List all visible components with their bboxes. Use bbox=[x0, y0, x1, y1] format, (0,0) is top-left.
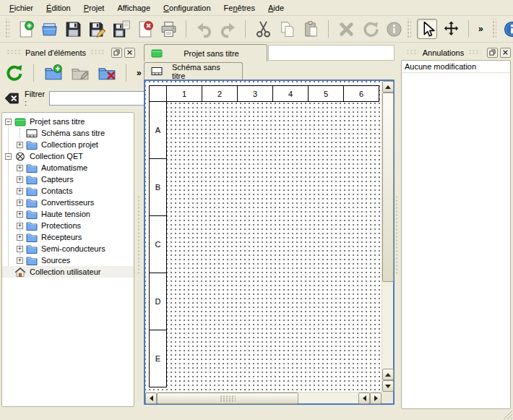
expand-icon[interactable]: + bbox=[17, 211, 23, 218]
expand-icon[interactable]: + bbox=[17, 176, 23, 183]
expand-icon[interactable]: + bbox=[17, 200, 23, 206]
tree-item-label: Récepteurs bbox=[41, 233, 82, 241]
cut-button[interactable] bbox=[253, 19, 273, 39]
tree-item-collection-projet[interactable]: +Collection projet bbox=[2, 139, 134, 150]
close-dock-button[interactable] bbox=[500, 48, 511, 58]
thumb-grip bbox=[220, 395, 236, 402]
scroll-up-button-2[interactable] bbox=[382, 369, 394, 380]
tree-item-schema-sans-titre[interactable]: Schéma sans titre bbox=[2, 127, 134, 139]
save-button[interactable] bbox=[63, 19, 83, 39]
menu-edition[interactable]: Édition bbox=[40, 1, 77, 14]
menu-configuration[interactable]: Configuration bbox=[157, 1, 217, 14]
save-all-button[interactable] bbox=[111, 19, 131, 39]
tree-item-sources[interactable]: +Sources bbox=[2, 254, 134, 266]
new-category-button[interactable] bbox=[42, 62, 64, 85]
toolbar-separator bbox=[468, 20, 469, 38]
dock-title-texture bbox=[90, 49, 105, 56]
scroll-left-button[interactable] bbox=[145, 393, 157, 404]
tree-item-contacts[interactable]: +Contacts bbox=[2, 185, 134, 197]
undo-button[interactable] bbox=[194, 19, 214, 39]
expand-icon[interactable]: + bbox=[17, 188, 23, 194]
expand-icon[interactable]: + bbox=[17, 223, 23, 229]
delete-category-button[interactable] bbox=[95, 62, 118, 85]
blue-folder-icon bbox=[26, 175, 38, 184]
delete-button[interactable] bbox=[336, 19, 356, 39]
reload-collections-button[interactable] bbox=[3, 62, 25, 85]
grid-row-E: E bbox=[149, 330, 167, 387]
tree-item-label: Schéma sans titre bbox=[41, 129, 105, 137]
clear-filter-button[interactable] bbox=[3, 90, 20, 107]
rotate-button[interactable] bbox=[360, 19, 380, 39]
float-dock-button[interactable] bbox=[111, 48, 122, 58]
tree-item-projet-sans-titre[interactable]: −Projet sans titre bbox=[2, 116, 134, 127]
scroll-down-button[interactable] bbox=[382, 380, 394, 392]
tree-item-recepteurs[interactable]: +Récepteurs bbox=[2, 231, 134, 243]
undo-icon bbox=[195, 20, 213, 38]
menu-projet[interactable]: Projet bbox=[77, 1, 111, 14]
cursor-arrow-icon bbox=[418, 20, 436, 38]
tab-schema[interactable]: Schéma sans titre bbox=[144, 62, 243, 80]
menu-aide[interactable]: Aide bbox=[262, 1, 290, 14]
horizontal-scroll-thumb[interactable] bbox=[157, 393, 298, 404]
open-folder-icon bbox=[40, 20, 59, 38]
selection-mode-button[interactable] bbox=[417, 19, 437, 39]
tree-item-collection-qet[interactable]: −Collection QET bbox=[2, 150, 134, 162]
tree-item-automatisme[interactable]: +Automatisme bbox=[2, 162, 134, 173]
collapse-icon[interactable]: − bbox=[5, 119, 12, 125]
diagram-canvas[interactable]: 123456 ABCDE bbox=[145, 81, 381, 392]
close-project-button[interactable] bbox=[134, 19, 155, 39]
delete-x-icon bbox=[337, 20, 355, 38]
open-project-button[interactable] bbox=[39, 19, 59, 39]
toolbar-overflow-button[interactable]: » bbox=[476, 24, 486, 34]
vertical-scrollbar[interactable] bbox=[381, 81, 393, 392]
expand-icon[interactable]: + bbox=[17, 234, 23, 241]
tree-item-semi-conducteurs[interactable]: +Semi-conducteurs bbox=[2, 243, 134, 254]
tree-item-collection-utilisateur[interactable]: Collection utilisateur bbox=[2, 266, 134, 278]
tree-item-convertisseurs[interactable]: +Convertisseurs bbox=[2, 197, 134, 208]
expand-icon[interactable]: + bbox=[17, 142, 23, 148]
vertical-scroll-thumb[interactable] bbox=[382, 93, 394, 282]
save-icon bbox=[64, 20, 82, 38]
expand-icon[interactable]: + bbox=[17, 165, 23, 171]
menu-affichage[interactable]: Affichage bbox=[111, 1, 157, 14]
undo-history-list[interactable]: Aucune modification bbox=[401, 60, 511, 409]
undo-panel-titlebar: Annulations bbox=[402, 46, 511, 59]
horizontal-scrollbar[interactable] bbox=[145, 392, 381, 403]
diagram-info-button[interactable] bbox=[384, 19, 404, 39]
about-qet-button[interactable] bbox=[502, 19, 513, 39]
copy-icon bbox=[278, 20, 296, 38]
undo-history-item: Aucune modification bbox=[402, 61, 510, 73]
paste-button[interactable] bbox=[301, 19, 321, 39]
elements-panel-title: Panel d'éléments bbox=[25, 48, 86, 57]
schema-icon bbox=[26, 129, 38, 138]
close-dock-button[interactable] bbox=[124, 48, 135, 58]
copy-button[interactable] bbox=[277, 19, 297, 39]
redo-button[interactable] bbox=[217, 19, 238, 39]
expand-icon[interactable]: + bbox=[17, 246, 23, 252]
schema-icon bbox=[151, 67, 163, 76]
save-as-button[interactable] bbox=[87, 19, 107, 39]
blue-folder-icon bbox=[26, 163, 38, 173]
toolbar-handle[interactable] bbox=[4, 19, 9, 39]
edit-category-button[interactable] bbox=[69, 62, 91, 85]
collapse-icon[interactable]: − bbox=[5, 153, 12, 160]
scroll-right-button[interactable] bbox=[370, 393, 381, 404]
float-dock-button[interactable] bbox=[487, 48, 498, 58]
toolbar-handle[interactable] bbox=[491, 19, 496, 39]
tree-item-label: Semi-conducteurs bbox=[41, 244, 105, 253]
toolbar-handle[interactable] bbox=[406, 19, 411, 39]
print-button[interactable] bbox=[158, 19, 178, 39]
left-splitter[interactable] bbox=[137, 43, 142, 420]
tree-item-haute-tension[interactable]: +Haute tension bbox=[2, 208, 134, 220]
expand-icon[interactable]: + bbox=[17, 257, 23, 264]
scroll-up-button[interactable] bbox=[382, 81, 394, 93]
menu-fichier[interactable]: Fichier bbox=[3, 1, 40, 14]
new-project-button[interactable] bbox=[15, 19, 35, 39]
scroll-left-button-2[interactable] bbox=[358, 393, 370, 404]
right-splitter[interactable] bbox=[395, 43, 400, 420]
tree-item-protections[interactable]: +Protections bbox=[2, 220, 134, 231]
menu-fenetres[interactable]: Fenêtres bbox=[217, 1, 262, 14]
visualisation-mode-button[interactable] bbox=[441, 19, 461, 39]
tab-project[interactable]: Projet sans titre bbox=[144, 44, 267, 61]
tree-item-capteurs[interactable]: +Capteurs bbox=[2, 173, 134, 185]
